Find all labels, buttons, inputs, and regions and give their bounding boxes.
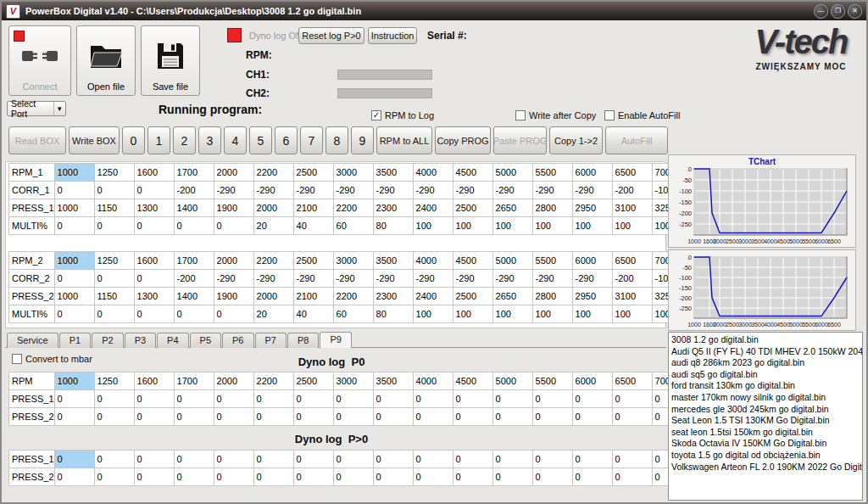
table-cell[interactable]: 0 (373, 390, 413, 408)
table-cell[interactable]: 5500 (532, 252, 572, 270)
table-cell[interactable]: -290 (214, 270, 253, 288)
table-cell[interactable]: 2300 (373, 288, 413, 305)
table-cell[interactable]: 100 (413, 305, 453, 323)
table-cell[interactable]: 0 (174, 390, 214, 408)
table-cell[interactable]: 3000 (333, 164, 373, 182)
table-cell[interactable]: -290 (253, 182, 293, 199)
table-cell[interactable]: 0 (572, 451, 612, 468)
table-cell[interactable]: 0 (333, 468, 373, 486)
table-cell[interactable]: 2000 (214, 164, 253, 182)
table-cell[interactable]: 0 (253, 451, 293, 468)
table-cell[interactable]: -290 (373, 270, 413, 288)
table-cell[interactable]: 100 (612, 305, 652, 323)
table-cell[interactable]: 1700 (174, 252, 214, 270)
file-list-item[interactable]: audi q8 286km 2023 go digital.bin (671, 357, 862, 369)
tab-p3[interactable]: P3 (125, 333, 156, 348)
table-cell[interactable]: 6000 (572, 252, 612, 270)
table-cell[interactable]: 100 (492, 217, 532, 235)
tab-p6[interactable]: P6 (222, 333, 253, 348)
table-cell[interactable]: 4000 (413, 252, 453, 270)
file-list-item[interactable]: mercedes gle 300d 245km go digital.bin (671, 404, 862, 416)
table-cell[interactable]: 80 (373, 217, 413, 235)
table-cell[interactable]: 4000 (413, 372, 453, 390)
table-cell[interactable]: 0 (174, 451, 214, 468)
table-cell[interactable]: -290 (572, 182, 612, 199)
table-cell[interactable]: 0 (253, 408, 293, 426)
table-cell[interactable]: 2950 (572, 199, 612, 217)
read-box-button[interactable]: Read BOX (8, 126, 66, 154)
table-cell[interactable]: 3000 (333, 252, 373, 270)
tab-p8[interactable]: P8 (287, 333, 319, 348)
table-cell[interactable]: 60 (333, 305, 373, 323)
table-cell[interactable]: 1600 (134, 164, 174, 182)
table-cell[interactable]: 0 (532, 390, 572, 408)
table-cell[interactable]: 0 (532, 408, 572, 426)
file-list-item[interactable]: master 170km nowy silnik go digital.bin (671, 392, 862, 404)
table-cell[interactable]: 0 (293, 390, 333, 408)
table-cell[interactable]: 0 (373, 408, 413, 426)
table-cell[interactable]: 0 (214, 390, 253, 408)
table-cell[interactable]: 0 (333, 408, 373, 426)
autofill-button[interactable]: AutoFill (605, 126, 668, 154)
tab-p4[interactable]: P4 (157, 333, 188, 348)
table-cell[interactable]: 5500 (532, 372, 572, 390)
table-cell[interactable]: 0 (54, 217, 94, 235)
table-cell[interactable]: 0 (453, 451, 492, 468)
table-cell[interactable]: 0 (134, 468, 174, 486)
table-cell[interactable]: 40 (293, 305, 333, 323)
table-cell[interactable]: 0 (612, 451, 652, 468)
save-file-button[interactable]: Save file (141, 25, 200, 96)
table-cell[interactable]: 0 (54, 468, 94, 486)
table-cell[interactable]: 0 (54, 305, 94, 323)
table-cell[interactable]: -200 (174, 270, 214, 288)
file-list-item[interactable]: Seat Leon 1.5 TSI 130KM Go Digital.bin (671, 415, 862, 427)
table-cell[interactable]: 2300 (373, 199, 413, 217)
table-cell[interactable]: 0 (54, 451, 94, 468)
table-cell[interactable]: 1150 (94, 288, 134, 305)
tab-p1[interactable]: P1 (59, 333, 91, 348)
table-cell[interactable]: -290 (492, 182, 532, 199)
table-cell[interactable]: 6500 (612, 372, 652, 390)
table-cell[interactable]: 0 (174, 305, 214, 323)
table-cell[interactable]: 2000 (253, 288, 293, 305)
table-cell[interactable]: 4500 (453, 372, 492, 390)
table-cell[interactable]: 0 (94, 217, 134, 235)
table-cell[interactable]: 2500 (293, 372, 333, 390)
table-cell[interactable]: -200 (174, 182, 214, 199)
table-cell[interactable]: 1700 (174, 164, 214, 182)
table-cell[interactable]: 0 (174, 408, 214, 426)
table-cell[interactable]: -290 (214, 182, 253, 199)
table-cell[interactable]: 2650 (492, 288, 532, 305)
table-cell[interactable]: -290 (572, 270, 612, 288)
table-cell[interactable]: 0 (492, 451, 532, 468)
table-cell[interactable]: -200 (612, 182, 652, 199)
tab-service[interactable]: Service (7, 333, 58, 348)
table-cell[interactable]: 0 (54, 408, 94, 426)
table-cell[interactable]: 0 (293, 468, 333, 486)
instruction-button[interactable]: Instruction (368, 27, 417, 44)
table-cell[interactable]: 3500 (373, 252, 413, 270)
table-cell[interactable]: 6500 (612, 164, 652, 182)
table-cell[interactable]: 0 (134, 182, 174, 199)
table-cell[interactable]: 1000 (54, 288, 94, 305)
table-cell[interactable]: 0 (532, 468, 572, 486)
table-cell[interactable]: -290 (413, 270, 453, 288)
table-cell[interactable]: -290 (293, 182, 333, 199)
table-cell[interactable]: 0 (492, 390, 532, 408)
table-cell[interactable]: 0 (333, 451, 373, 468)
program-5-button[interactable]: 5 (249, 126, 272, 154)
program-4-button[interactable]: 4 (224, 126, 247, 154)
table-cell[interactable]: 2950 (572, 288, 612, 305)
table-cell[interactable]: 100 (572, 217, 612, 235)
table-cell[interactable]: -290 (453, 270, 492, 288)
table-cell[interactable]: 0 (54, 270, 94, 288)
table-cell[interactable]: 0 (134, 217, 174, 235)
table-cell[interactable]: 1600 (134, 372, 174, 390)
table-cell[interactable]: -290 (532, 182, 572, 199)
table-cell[interactable]: -200 (612, 270, 652, 288)
table-cell[interactable]: 0 (94, 390, 134, 408)
table-cell[interactable]: 40 (293, 217, 333, 235)
table-cell[interactable]: 0 (453, 408, 492, 426)
table-cell[interactable]: 2200 (253, 252, 293, 270)
table-cell[interactable]: 2200 (333, 199, 373, 217)
